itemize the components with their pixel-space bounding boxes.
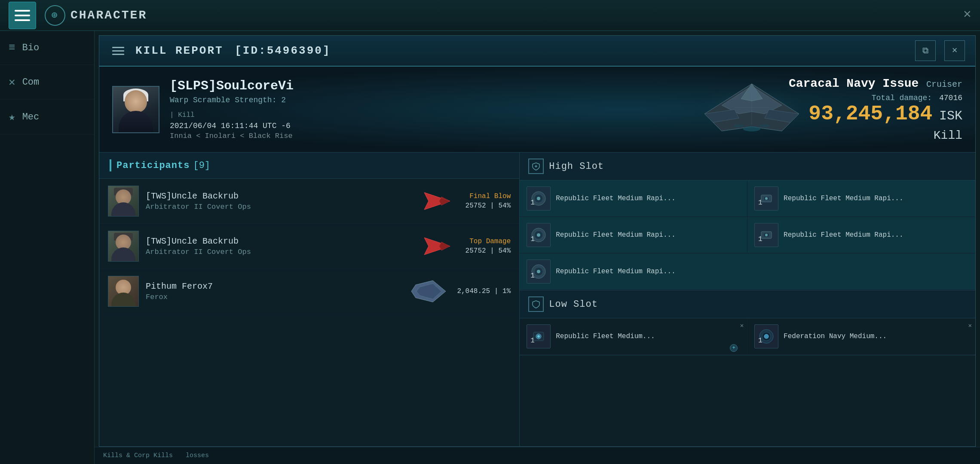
participant-row[interactable]: [TWS]Uncle Backrub Arbitrator II Covert … bbox=[99, 179, 519, 224]
participant-info-1: [TWS]Uncle Backrub Arbitrator II Covert … bbox=[146, 191, 409, 211]
eq-icon-4: 1 bbox=[754, 223, 778, 247]
combat-icon: ✕ bbox=[9, 75, 15, 89]
equipment-item[interactable]: 1 Republic Fleet Medium... ✕ + bbox=[520, 318, 747, 355]
hamburger-line-2 bbox=[15, 15, 30, 16]
participants-list: [TWS]Uncle Backrub Arbitrator II Covert … bbox=[99, 179, 519, 446]
eq-name-1: Republic Fleet Medium Rapi... bbox=[556, 194, 675, 203]
avatar-figure bbox=[113, 87, 159, 132]
svg-point-40 bbox=[764, 334, 769, 339]
shield-icon-low bbox=[528, 296, 544, 312]
kr-menu-line-2 bbox=[112, 50, 124, 52]
bottom-bar: Kills & Corp Kills losses bbox=[95, 447, 980, 464]
victim-avatar bbox=[112, 86, 159, 133]
participant-avatar-1 bbox=[108, 186, 139, 217]
eq-count-1: 1 bbox=[530, 199, 535, 207]
equipment-item[interactable]: 1 Republic Fleet Medium Rapi... bbox=[747, 217, 975, 253]
app-close-button[interactable]: × bbox=[963, 7, 971, 23]
ship-icon-1 bbox=[416, 188, 459, 214]
hamburger-button[interactable] bbox=[9, 2, 36, 29]
low-slot-header: Low Slot bbox=[520, 290, 975, 318]
total-damage-label: Total damage: bbox=[872, 94, 932, 102]
sidebar-item-medals-label: Mec bbox=[22, 112, 40, 122]
eq-icon-1: 1 bbox=[527, 186, 551, 211]
kill-badge: Kill bbox=[789, 129, 962, 142]
svg-marker-15 bbox=[439, 242, 450, 250]
stat-damage-2: 25752 | 54% bbox=[466, 247, 511, 255]
p-avatar-body-2 bbox=[111, 247, 135, 261]
stat-top-damage: Top Damage bbox=[469, 238, 511, 245]
total-damage-row: Total damage: 47016 bbox=[789, 94, 962, 102]
participant-stats-2: Top Damage 25752 | 54% bbox=[466, 238, 511, 255]
kill-report-hero: [SLPS]SoulcoreVi Warp Scramble Strength:… bbox=[99, 67, 975, 153]
losses-stat: losses bbox=[186, 452, 209, 459]
participant-avatar-3 bbox=[108, 276, 139, 307]
eq-name-5: Republic Fleet Medium Rapi... bbox=[556, 267, 675, 276]
p-avatar-body-1 bbox=[111, 202, 135, 216]
eq-count-3: 1 bbox=[530, 235, 535, 243]
eq-count-4: 1 bbox=[758, 235, 763, 243]
ship-icon-3 bbox=[407, 278, 450, 304]
section-accent bbox=[110, 159, 111, 171]
sidebar-item-medals[interactable]: ★ Mec bbox=[0, 100, 94, 134]
participants-header: Participants [9] bbox=[99, 153, 519, 179]
svg-point-34 bbox=[537, 270, 540, 273]
eq-count-2: 1 bbox=[758, 199, 763, 207]
isk-value: 93,245,184 bbox=[808, 102, 932, 125]
isk-label: ISK bbox=[939, 109, 962, 123]
participants-title: Participants bbox=[116, 160, 190, 171]
participant-info-2: [TWS]Uncle Backrub Arbitrator II Covert … bbox=[146, 236, 409, 256]
pct-val-1: 54% bbox=[498, 202, 511, 210]
eq-icon-2: 1 bbox=[754, 186, 778, 211]
eq-name-4: Republic Fleet Medium Rapi... bbox=[784, 231, 903, 240]
high-slot-title: High Slot bbox=[549, 161, 604, 172]
equipment-item[interactable]: 1 Republic Fleet Medium Rapi... bbox=[747, 180, 975, 217]
low-eq-icon-1: 1 bbox=[527, 324, 551, 348]
high-slot-header: High Slot bbox=[520, 153, 975, 180]
top-bar: ⊕ CHARACTER × bbox=[0, 0, 980, 31]
ship-icon-2 bbox=[416, 233, 459, 259]
equipment-item[interactable]: 1 Republic Fleet Medium Rapi... bbox=[520, 217, 747, 253]
participant-stats-3: 2,048.25 | 1% bbox=[457, 287, 511, 295]
participant-stats-1: Final Blow 25752 | 54% bbox=[466, 192, 511, 210]
kr-menu-icon[interactable] bbox=[110, 42, 127, 59]
ship-name: Caracal Navy Issue bbox=[789, 77, 919, 90]
kill-report-stats: Caracal Navy Issue Cruiser Total damage:… bbox=[789, 77, 962, 142]
sidebar-item-bio[interactable]: ≡ Bio bbox=[0, 31, 94, 65]
svg-point-7 bbox=[760, 124, 770, 128]
equipment-item[interactable]: 1 Republic Fleet Medium Rapi... bbox=[520, 253, 975, 290]
kr-external-button[interactable]: ⧉ bbox=[915, 40, 936, 61]
hamburger-line-1 bbox=[15, 10, 30, 12]
low-eq-add-1[interactable]: + bbox=[730, 344, 738, 352]
equipment-item[interactable]: 1 Federation Navy Medium... ✕ bbox=[747, 318, 975, 355]
ship-type-badge: Cruiser bbox=[926, 79, 962, 89]
participant-ship-3: Ferox bbox=[146, 293, 400, 301]
low-eq-count-2: 1 bbox=[758, 337, 763, 345]
kills-stat: Kills & Corp Kills bbox=[103, 452, 173, 459]
p3-body bbox=[111, 293, 135, 306]
participant-name-2: [TWS]Uncle Backrub bbox=[146, 236, 409, 246]
damage-val-1: 25752 bbox=[466, 202, 486, 210]
svg-point-25 bbox=[765, 197, 768, 200]
pct-val-3: 1% bbox=[502, 287, 511, 295]
sidebar-item-combat[interactable]: ✕ Com bbox=[0, 65, 94, 100]
participant-row[interactable]: [TWS]Uncle Backrub Arbitrator II Covert … bbox=[99, 224, 519, 269]
ship-name-line: Caracal Navy Issue Cruiser bbox=[789, 77, 962, 90]
participant-name-1: [TWS]Uncle Backrub bbox=[146, 191, 409, 201]
low-eq-count-1: 1 bbox=[530, 337, 535, 345]
total-damage-value: 47016 bbox=[939, 94, 962, 102]
stat-damage-1: 25752 | 54% bbox=[466, 202, 511, 210]
stat-final-blow: Final Blow bbox=[469, 192, 511, 200]
app-title-area: ⊕ CHARACTER bbox=[45, 5, 147, 26]
eq-icon-5: 1 bbox=[527, 259, 551, 284]
kr-close-button[interactable]: × bbox=[944, 40, 965, 61]
equipment-item[interactable]: 1 Republic Fleet Medium Rapi... bbox=[520, 180, 747, 217]
kill-report-title: KILL REPORT [ID:5496390] bbox=[135, 44, 906, 57]
low-eq-remove-1[interactable]: ✕ bbox=[740, 322, 744, 329]
damage-val-2: 25752 bbox=[466, 247, 486, 255]
participant-row[interactable]: Pithum Ferox7 Ferox 2,048.25 bbox=[99, 269, 519, 314]
shield-icon bbox=[528, 159, 544, 174]
isk-row: 93,245,184 ISK bbox=[789, 102, 962, 125]
low-eq-remove-2[interactable]: ✕ bbox=[968, 322, 972, 329]
kr-title-text: KILL REPORT bbox=[135, 44, 224, 57]
kr-title-id: [ID:5496390] bbox=[235, 44, 331, 57]
